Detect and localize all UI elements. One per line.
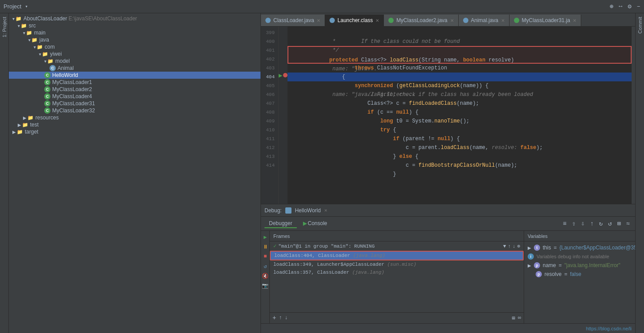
split-icon[interactable]: ↔ — [619, 3, 622, 10]
param-resolve: resolve) — [485, 57, 514, 63]
method-loadclass: loadClass — [390, 57, 418, 63]
run-btn-resume[interactable]: ▶ — [262, 233, 269, 241]
debug-close-btn[interactable]: ✕ — [324, 207, 327, 213]
tree-item-myclassloader1[interactable]: C MyClassLoader1 — [9, 79, 261, 86]
editor-tabs: ClassLoader.java ✕ Launcher.class ✕ MyCl… — [261, 13, 635, 27]
frame-item-running[interactable]: ✓ "main"@1 in group "main": RUNNING ▼ ↑ … — [270, 241, 524, 251]
line-num-405: 405 — [261, 81, 278, 90]
var-debug-info-text: Variables debug info not available — [537, 254, 609, 259]
tab-close-mc2[interactable]: ✕ — [450, 18, 454, 23]
toolbar-icon-eq[interactable]: ≈ — [625, 219, 632, 228]
tree-item-aboutclassloader[interactable]: ▾ 📁 AboutClassLoader E:\javaSE\AboutClas… — [9, 15, 261, 22]
tree-item-target[interactable]: ▶ 📁 target — [9, 128, 261, 135]
frames-title: Frames — [273, 233, 290, 239]
brace-try: { — [390, 127, 396, 133]
debug-panel: Debug: HelloWorld ✕ Debugger ▶Console ≡ … — [261, 204, 635, 323]
tab-icon-launcher — [330, 18, 335, 23]
tab-classloader-java[interactable]: ClassLoader.java ✕ — [261, 15, 325, 26]
tab-close-mc31[interactable]: ✕ — [573, 18, 576, 23]
tab-launcher-class[interactable]: Launcher.class ✕ — [325, 15, 384, 26]
tab-myclassloader31[interactable]: MyClassLoader31.ja ✕ — [510, 15, 581, 26]
tab-debugger[interactable]: Debugger — [264, 219, 297, 228]
var-item-name[interactable]: ▶ p name = "java.lang.InternalError" — [524, 261, 635, 270]
toolbar-icon-step-over[interactable]: ↻ — [597, 219, 604, 228]
tree-item-helloworld[interactable]: C HelloWorld — [9, 72, 261, 79]
tree-item-myclassloader4[interactable]: C MyClassLoader4 — [9, 93, 261, 100]
inline-hint-resolve: resolve: — [492, 145, 521, 151]
var-item-this[interactable]: ▶ t this = {Launcher$AppClassLoader@358} — [524, 243, 635, 252]
var-expand-this[interactable]: ▶ — [528, 245, 531, 250]
gutter-407 — [279, 97, 288, 106]
frame-item-loadclass-404[interactable]: loadClass:404, ClassLoader (java.lang) — [270, 251, 524, 260]
down-icon[interactable]: ↓ — [513, 244, 516, 249]
project-label[interactable]: Project — [4, 3, 21, 10]
tab-close-animal[interactable]: ✕ — [501, 18, 505, 23]
gutter-411 — [279, 133, 288, 142]
toolbar-icon-step-out[interactable]: ↺ — [606, 219, 613, 228]
tree-item-animal[interactable]: C Animal — [9, 65, 261, 72]
run-btn-camera[interactable]: 📷 — [262, 282, 269, 289]
expand-arrow: ▶ — [23, 115, 27, 120]
tree-item-model[interactable]: ▾ 📁 model — [9, 57, 261, 65]
tree-item-java[interactable]: ▾ 📁 java — [9, 36, 261, 43]
tree-item-main[interactable]: ▾ 📁 main — [9, 29, 261, 36]
tab-label: Launcher.class — [337, 17, 373, 23]
tab-myclassloader2[interactable]: MyClassLoader2.java ✕ — [384, 15, 458, 26]
settings-debug-icon[interactable]: ∞ — [517, 314, 522, 322]
side-icon-commit[interactable]: Commit — [637, 17, 643, 34]
run-btn-mute[interactable]: 🔇 — [262, 272, 269, 279]
tab-console[interactable]: ▶Console — [299, 219, 332, 228]
dropdown-icon[interactable]: ▼ — [503, 244, 506, 249]
var-item-resolve[interactable]: p resolve = false — [524, 270, 635, 279]
scroll-up-icon[interactable]: ↑ — [278, 314, 283, 322]
frame-item-loadclass-357[interactable]: loadClass:357, ClassLoader (java.lang) — [270, 268, 524, 276]
tree-item-myclassloader31[interactable]: C MyClassLoader31 — [9, 100, 261, 107]
code-area[interactable]: * If the class could not be found */ pro… — [288, 27, 632, 204]
method-findbootstrap: findBootstrapClassOrNull — [418, 162, 495, 168]
toolbar-icon-list[interactable]: ≡ — [561, 219, 568, 228]
add-icon[interactable]: + — [272, 314, 277, 322]
class-icon-mc4: C — [44, 93, 50, 100]
expand-arrow: ▾ — [12, 16, 15, 21]
type-class: Class — [361, 57, 377, 63]
spaces-402 — [329, 65, 355, 71]
tree-item-myclassloader2[interactable]: C MyClassLoader2 — [9, 86, 261, 93]
tree-item-src[interactable]: ▾ 📁 src — [9, 22, 261, 29]
run-btn-stop[interactable]: ■ — [262, 253, 269, 260]
minimize-icon[interactable]: – — [637, 3, 640, 10]
tree-label: MyClassLoader32 — [52, 107, 95, 114]
var-expand-name[interactable]: ▶ — [528, 263, 531, 268]
gutter-412 — [279, 142, 288, 150]
frame-item-loadclass-349[interactable]: loadClass:349, Launcher$AppClassLoader (… — [270, 260, 524, 268]
vertical-sidebar: 1: Project — [0, 13, 9, 333]
up-icon[interactable]: ↑ — [508, 244, 511, 249]
search-icon[interactable]: ⊕ — [610, 3, 613, 10]
project-dropdown-icon[interactable]: ▾ — [25, 4, 28, 9]
settings-icon[interactable]: ⚙ — [628, 3, 631, 10]
toolbar-icon-up2[interactable]: ↑ — [588, 219, 595, 228]
tree-item-myclassloader32[interactable]: C MyClassLoader32 — [9, 107, 261, 114]
toolbar-icon-down[interactable]: ⇩ — [579, 219, 586, 228]
table-icon[interactable]: ⊞ — [511, 314, 516, 322]
filter-icon[interactable]: ⊚ — [517, 243, 520, 249]
var-value-resolve: false — [570, 271, 581, 277]
tree-item-test[interactable]: ▶ 📁 test — [9, 121, 261, 128]
toolbar-icon-table[interactable]: ⊞ — [615, 219, 622, 228]
toolbar-icon-up[interactable]: ⇧ — [570, 219, 577, 228]
line-num-408: 408 — [261, 108, 278, 117]
tree-item-resources[interactable]: ▶ 📁 resources — [9, 114, 261, 121]
tree-item-yiwei[interactable]: ▾ 📁 yiwei — [9, 50, 261, 57]
run-btn-restart[interactable]: ↺ — [262, 263, 269, 270]
scroll-down-icon[interactable]: ↓ — [284, 314, 289, 322]
tab-animal[interactable]: Animal.java ✕ — [459, 15, 510, 26]
line-num-401: 401 — [261, 46, 278, 55]
tab-close-classloader[interactable]: ✕ — [317, 18, 320, 23]
project-tab-label[interactable]: 1: Project — [1, 15, 8, 39]
gutter-413 — [279, 150, 288, 159]
scrollbar-vertical[interactable] — [632, 27, 635, 204]
var-item-debug-info: i Variables debug info not available — [524, 252, 635, 261]
tree-item-com[interactable]: ▾ 📁 com — [9, 43, 261, 50]
semi-411: ); — [537, 145, 543, 151]
run-btn-pause[interactable]: ⏸ — [262, 243, 269, 250]
tab-close-launcher[interactable]: ✕ — [376, 18, 379, 23]
